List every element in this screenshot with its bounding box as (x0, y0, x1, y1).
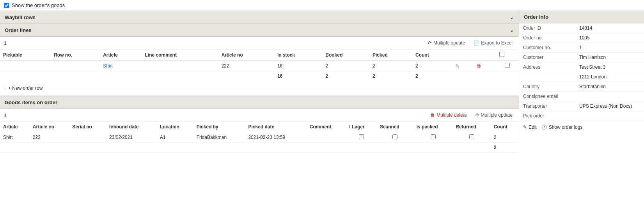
goods-col-picked-by: Picked by (193, 122, 245, 132)
info-row-transporter: Transporter UPS Express (Non Docs) (519, 101, 644, 111)
cell-select (496, 61, 519, 71)
left-panel: Waybill rows ⌄ Order lines ⌄ 1 ⟳ Multipl… (0, 11, 519, 153)
toolbar-buttons: ⟳ Multiple update 📄 Export to Excel (426, 39, 515, 47)
total-booked: 2 (322, 71, 369, 81)
address-value: Test Street 3 (575, 62, 644, 72)
goods-col-picked-date: Picked date (245, 122, 306, 132)
goods-cell-picked-date: 2021-02-23 13:59 (245, 132, 306, 143)
cell-picked: 2 (369, 61, 412, 71)
col-article: Article (100, 50, 142, 61)
goods-cell-serial-no (69, 132, 106, 143)
col-in-stock: In stock (274, 50, 322, 61)
order-info-title: Order info (524, 14, 548, 20)
show-order-logs-button[interactable]: 🕐 Show order logs (541, 124, 583, 130)
goods-col-scanned: Scanned (377, 122, 413, 132)
edit-icon[interactable]: ✎ (455, 63, 459, 69)
cell-pickable (0, 61, 51, 71)
info-row-customer-no: Customer no. 1 (519, 43, 644, 53)
info-row-pick-order: Pick order (519, 111, 644, 121)
excel-icon: 📄 (474, 40, 479, 46)
goods-cell-scanned (377, 132, 413, 143)
goods-cell-picked-by: FridaBakkman (193, 132, 245, 143)
col-pickable: Pickable (0, 50, 51, 61)
order-lines-toolbar: 1 ⟳ Multiple update 📄 Export to Excel (0, 37, 519, 50)
goods-col-location: Location (157, 122, 193, 132)
goods-toolbar: 1 🗑 Multiple delete ⟳ Multiple update (0, 109, 519, 122)
totals-row: 16 2 2 2 (0, 71, 519, 81)
refresh-icon-goods: ⟳ (475, 112, 479, 118)
article-link[interactable]: Shirt (103, 63, 113, 69)
export-to-excel-button[interactable]: 📄 Export to Excel (471, 39, 515, 47)
col-line-comment: Line comment (142, 50, 218, 61)
trash-icon: 🗑 (430, 112, 435, 118)
edit-button[interactable]: ✎ Edit (523, 124, 537, 130)
top-bar: Show the order's goods (0, 0, 644, 11)
info-row-customer: Customer Tim Harrison (519, 53, 644, 62)
total-in-stock: 16 (274, 71, 322, 81)
row-checkbox[interactable] (505, 63, 510, 68)
country-value: Storbritanien (575, 82, 644, 92)
info-row-consignee-email: Consignee email (519, 92, 644, 101)
new-order-row-button[interactable]: + + New order row (0, 82, 47, 94)
order-lines-title: Order lines (5, 27, 32, 33)
col-edit-icon-header (452, 50, 473, 61)
goods-section: Goods items on order 1 🗑 Multiple delete… (0, 96, 519, 153)
pick-order-value (575, 111, 644, 121)
goods-cell-returned (452, 132, 491, 143)
multiple-delete-button[interactable]: 🗑 Multiple delete (428, 111, 469, 119)
order-id-value: 14814 (575, 23, 644, 33)
new-order-row-container: + + New order row (0, 81, 519, 96)
scanned-checkbox[interactable] (392, 134, 397, 139)
info-row-country: Country Storbritanien (519, 82, 644, 92)
right-panel: Order info Order ID 14814 Order no. 1005… (519, 11, 644, 153)
select-all-checkbox[interactable] (499, 52, 504, 57)
goods-table-row: Shirt 222 23/02/2021 A1 FridaBakkman 202… (0, 132, 519, 143)
col-count: Count (412, 50, 452, 61)
col-article-no: Article no (218, 50, 274, 61)
i-lager-checkbox[interactable] (359, 134, 364, 139)
goods-col-returned: Returned (452, 122, 491, 132)
show-goods-checkbox[interactable] (4, 3, 9, 8)
cell-booked: 2 (322, 61, 369, 71)
waybill-rows-header[interactable]: Waybill rows ⌄ (0, 11, 519, 24)
order-lines-header[interactable]: Order lines ⌄ (0, 24, 519, 37)
goods-col-inbound-date: Inbound date (106, 122, 157, 132)
pencil-icon: ✎ (523, 124, 527, 130)
goods-cell-i-lager (346, 132, 377, 143)
clock-icon: 🕐 (541, 124, 547, 130)
goods-col-article: Article (0, 122, 30, 132)
waybill-rows-title: Waybill rows (5, 14, 35, 20)
order-info-table: Order ID 14814 Order no. 1005 Customer n… (519, 23, 644, 121)
goods-col-serial-no: Serial no (69, 122, 106, 132)
customer-value: Tim Harrison (575, 53, 644, 62)
info-row-order-id: Order ID 14814 (519, 23, 644, 33)
goods-multiple-update-button[interactable]: ⟳ Multiple update (473, 111, 515, 119)
returned-checkbox[interactable] (469, 134, 474, 139)
total-picked: 2 (369, 71, 412, 81)
goods-col-article-no: Article no (30, 122, 69, 132)
goods-summary-row: 2 (0, 143, 519, 153)
goods-cell-inbound-date: 23/02/2021 (106, 132, 157, 143)
order-no-value: 1005 (575, 33, 644, 43)
consignee-email-value (575, 92, 644, 101)
goods-items-header[interactable]: Goods items on order (0, 96, 519, 109)
waybill-rows-chevron-icon: ⌄ (509, 14, 514, 20)
col-checkbox-header (496, 50, 519, 61)
delete-icon[interactable]: 🗑 (476, 63, 481, 69)
total-label-spacer (0, 71, 274, 81)
transporter-value: UPS Express (Non Docs) (575, 101, 644, 111)
multiple-update-button[interactable]: ⟳ Multiple update (426, 39, 467, 47)
goods-table: Article Article no Serial no Inbound dat… (0, 122, 519, 153)
info-row-address-city: 1212 London (519, 72, 644, 82)
cell-in-stock: 16 (274, 61, 322, 71)
order-lines-chevron-icon: ⌄ (509, 27, 514, 33)
cell-edit: ✎ (452, 61, 473, 71)
goods-cell-article: Shirt (0, 132, 30, 143)
order-actions: ✎ Edit 🕐 Show order logs (519, 121, 644, 133)
goods-col-is-packed: Is packed (413, 122, 453, 132)
is-packed-checkbox[interactable] (431, 134, 436, 139)
goods-cell-location: A1 (157, 132, 193, 143)
customer-no-link[interactable]: 1 (579, 45, 582, 50)
goods-cell-article-no: 222 (30, 132, 69, 143)
col-row-no: Row no. (51, 50, 100, 61)
